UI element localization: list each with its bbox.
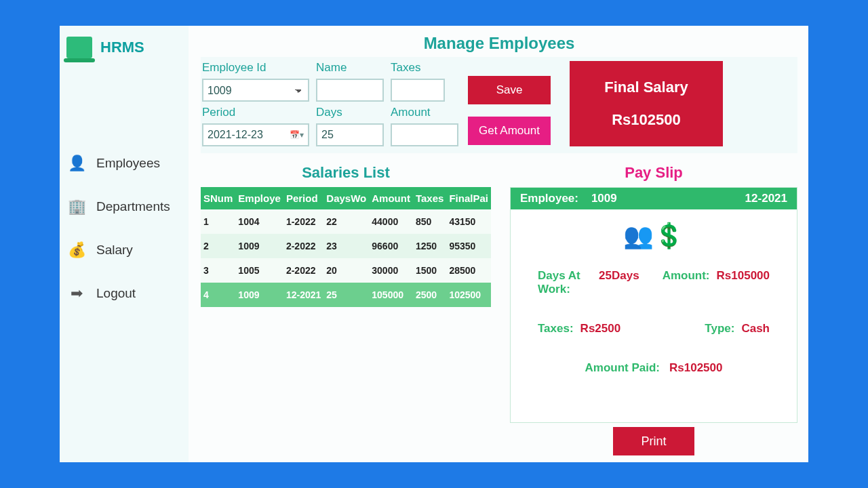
name-label: Name	[316, 61, 384, 75]
building-icon: 🏢	[66, 197, 87, 217]
table-cell: 850	[413, 209, 446, 234]
salaries-table: SNumEmployePeriodDaysWoAmountTaxesFinalP…	[201, 187, 491, 307]
employee-id-label: Employee Id	[202, 61, 309, 75]
slip-taxes-value: Rs2500	[580, 322, 621, 336]
logo: HRMS	[66, 37, 182, 58]
calendar-icon: 📅▾	[290, 130, 304, 140]
pay-slip-header: Employee: 1009 12-2021	[511, 188, 797, 209]
table-cell: 23	[323, 234, 369, 258]
table-cell: 1	[201, 209, 235, 234]
slip-amount-label: Amount:	[663, 269, 710, 296]
days-label: Days	[316, 106, 384, 119]
table-cell: 1005	[235, 258, 283, 283]
table-cell: 1250	[413, 234, 446, 258]
table-cell: 2-2022	[283, 258, 323, 283]
slip-employee-label: Employee:	[520, 192, 578, 205]
name-field[interactable]	[316, 79, 384, 102]
table-row[interactable]: 4100912-2021251050002500102500	[201, 283, 491, 307]
table-cell: 20	[323, 258, 369, 283]
mid-section: Salaries List SNumEmployePeriodDaysWoAmo…	[201, 164, 797, 455]
sidebar-item-label: Employees	[96, 156, 160, 171]
sidebar-item-label: Departments	[96, 199, 170, 214]
table-row[interactable]: 310052-20222030000150028500	[201, 258, 491, 283]
table-cell: 1009	[235, 283, 283, 307]
final-salary-box: Final Salary Rs102500	[570, 61, 723, 146]
sidebar-item-label: Logout	[96, 286, 136, 301]
table-cell: 4	[201, 283, 235, 307]
final-salary-value: Rs102500	[612, 111, 681, 129]
slip-taxes-label: Taxes:	[538, 322, 574, 336]
table-cell: 1-2022	[283, 209, 323, 234]
form-buttons: Save Get Amount	[468, 76, 551, 145]
employee-form: Employee Id Name Taxes 1009 Period Days …	[201, 57, 797, 153]
days-field[interactable]	[316, 123, 384, 146]
table-cell: 3	[201, 258, 235, 283]
slip-employee-value: 1009	[591, 192, 617, 205]
employee-id-select[interactable]: 1009	[202, 79, 309, 102]
table-header[interactable]: DaysWo	[323, 187, 369, 209]
table-cell: 12-2021	[283, 283, 323, 307]
amount-label: Amount	[391, 106, 458, 119]
final-salary-title: Final Salary	[604, 79, 688, 96]
pay-slip-body: 👥💲 Days At Work:25Days Amount:Rs105000 T…	[511, 209, 797, 387]
app-name: HRMS	[100, 39, 144, 56]
slip-amount-value: Rs105000	[717, 269, 770, 296]
slip-days-value: 25Days	[599, 269, 639, 296]
slip-paid-value: Rs102500	[669, 361, 722, 375]
slip-paid-label: Amount Paid:	[585, 361, 660, 375]
table-row[interactable]: 210092-20222396600125095350	[201, 234, 491, 258]
table-cell: 2500	[413, 283, 446, 307]
slip-type-value: Cash	[741, 322, 770, 336]
table-cell: 22	[323, 209, 369, 234]
pay-slip-panel: Pay Slip Employee: 1009 12-2021 👥💲	[510, 164, 797, 455]
table-header[interactable]: Amount	[369, 187, 413, 209]
sidebar-item-employees[interactable]: 👤 Employees	[66, 153, 182, 174]
get-amount-button[interactable]: Get Amount	[468, 117, 551, 145]
table-cell: 30000	[369, 258, 413, 283]
table-cell: 1009	[235, 234, 283, 258]
table-cell: 1500	[413, 258, 446, 283]
save-button[interactable]: Save	[468, 76, 551, 104]
salary-icon: 💰	[66, 240, 87, 260]
table-row[interactable]: 110041-2022224400085043150	[201, 209, 491, 234]
table-cell: 2-2022	[283, 234, 323, 258]
main-content: Manage Employees Employee Id Name Taxes …	[189, 26, 808, 462]
app-window: HRMS 👤 Employees 🏢 Departments 💰 Salary …	[60, 26, 808, 462]
print-button[interactable]: Print	[613, 427, 694, 455]
page-title: Manage Employees	[201, 34, 797, 53]
table-cell: 96600	[369, 234, 413, 258]
table-cell: 25	[323, 283, 369, 307]
slip-type-label: Type:	[705, 322, 734, 336]
period-value: 2021-12-23	[208, 129, 263, 141]
table-cell: 95350	[446, 234, 491, 258]
sidebar: HRMS 👤 Employees 🏢 Departments 💰 Salary …	[60, 26, 189, 462]
table-cell: 1004	[235, 209, 283, 234]
period-field[interactable]: 2021-12-23 📅▾	[202, 123, 309, 146]
table-header[interactable]: SNum	[201, 187, 235, 209]
slip-period: 12-2021	[745, 192, 787, 205]
table-cell: 44000	[369, 209, 413, 234]
table-cell: 105000	[369, 283, 413, 307]
table-header[interactable]: FinalPai	[446, 187, 491, 209]
period-label: Period	[202, 106, 309, 119]
table-cell: 43150	[446, 209, 491, 234]
sidebar-item-salary[interactable]: 💰 Salary	[66, 240, 182, 260]
table-cell: 28500	[446, 258, 491, 283]
table-header[interactable]: Taxes	[413, 187, 446, 209]
pay-slip-title: Pay Slip	[510, 164, 797, 182]
slip-days-label: Days At Work:	[538, 269, 592, 296]
hrms-logo-icon	[66, 37, 92, 58]
taxes-label: Taxes	[391, 61, 458, 75]
sidebar-item-logout[interactable]: ➡ Logout	[66, 283, 182, 304]
sidebar-item-departments[interactable]: 🏢 Departments	[66, 197, 182, 217]
taxes-field[interactable]	[391, 79, 445, 102]
table-header[interactable]: Period	[283, 187, 323, 209]
amount-field[interactable]	[391, 123, 458, 146]
logout-icon: ➡	[66, 283, 87, 304]
salaries-list-panel: Salaries List SNumEmployePeriodDaysWoAmo…	[201, 164, 491, 455]
form-grid: Employee Id Name Taxes 1009 Period Days …	[201, 61, 458, 146]
table-cell: 2	[201, 234, 235, 258]
employee-money-icon: 👥💲	[538, 222, 770, 250]
table-cell: 102500	[446, 283, 491, 307]
table-header[interactable]: Employe	[235, 187, 283, 209]
